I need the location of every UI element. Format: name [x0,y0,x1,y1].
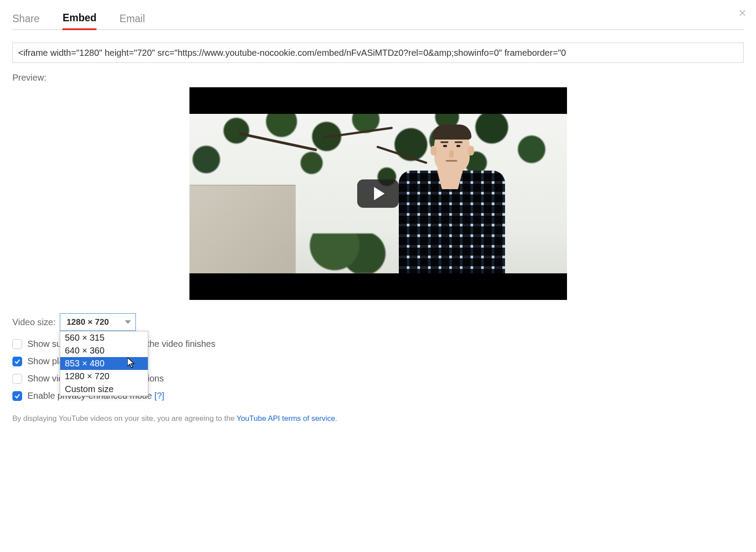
tab-email[interactable]: Email [120,14,145,29]
video-still-person [394,123,509,273]
size-option-560x315[interactable]: 560 × 315 [60,331,148,344]
checkbox-suggested-videos[interactable] [12,339,22,349]
terms-notice: By displaying YouTube videos on your sit… [12,414,744,423]
size-option-1280x720[interactable]: 1280 × 720 [60,370,148,383]
play-button[interactable] [357,179,399,208]
svg-marker-0 [127,358,134,368]
close-icon[interactable]: × [738,6,746,19]
video-preview[interactable] [189,87,567,300]
size-option-label: 853 × 480 [65,358,104,368]
size-option-853x480[interactable]: 853 × 480 [60,357,148,370]
cursor-icon [127,358,136,368]
terms-suffix: . [335,414,337,423]
embed-code-input[interactable] [12,43,744,63]
tab-embed[interactable]: Embed [62,13,96,30]
privacy-help-link[interactable]: [?] [154,391,164,400]
video-size-label: Video size: [12,317,55,327]
checkbox-privacy-mode[interactable] [12,391,22,401]
video-size-selected: 1280 × 720 [66,317,109,327]
play-icon [374,187,385,200]
video-size-button[interactable]: 1280 × 720 [60,313,136,331]
size-option-custom[interactable]: Custom size [60,383,148,396]
tab-bar: Share Embed Email [12,9,744,30]
terms-prefix: By displaying YouTube videos on your sit… [12,414,237,423]
checkbox-player-controls[interactable] [12,357,22,366]
tab-share[interactable]: Share [12,14,39,29]
video-size-select[interactable]: 1280 × 720 560 × 315 640 × 360 853 × 480… [60,313,136,331]
chevron-down-icon [125,320,131,324]
video-size-dropdown: 560 × 315 640 × 360 853 × 480 1280 × 720… [60,331,148,396]
preview-label: Preview: [12,73,744,83]
size-option-640x360[interactable]: 640 × 360 [60,344,148,357]
checkbox-video-title[interactable] [12,374,22,384]
terms-link[interactable]: YouTube API terms of service [237,414,336,423]
